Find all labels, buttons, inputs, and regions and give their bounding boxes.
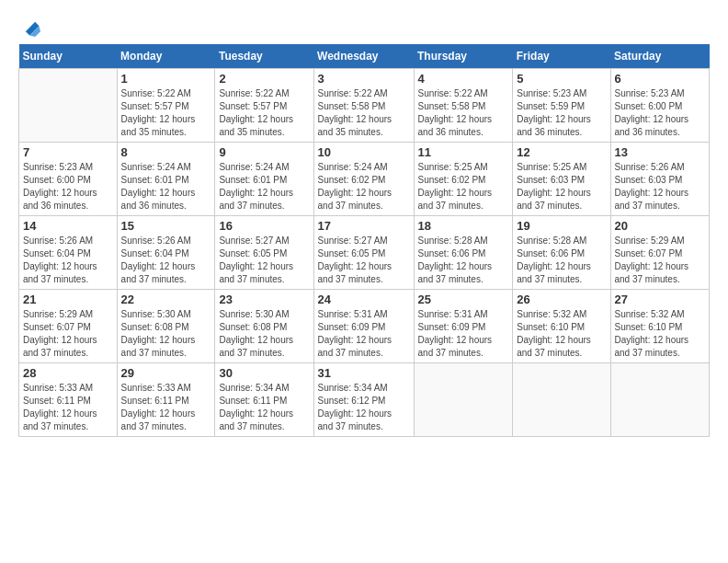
col-tuesday: Tuesday: [215, 44, 313, 69]
calendar-week-row: 21Sunrise: 5:29 AM Sunset: 6:07 PM Dayli…: [19, 290, 710, 363]
logo-icon: [20, 17, 40, 37]
table-row: 17Sunrise: 5:27 AM Sunset: 6:05 PM Dayli…: [313, 216, 414, 290]
table-row: 18Sunrise: 5:28 AM Sunset: 6:06 PM Dayli…: [414, 216, 513, 290]
day-info: Sunrise: 5:31 AM Sunset: 6:09 PM Dayligh…: [318, 308, 410, 360]
table-row: 1Sunrise: 5:22 AM Sunset: 5:57 PM Daylig…: [117, 69, 215, 143]
table-row: 3Sunrise: 5:22 AM Sunset: 5:58 PM Daylig…: [313, 69, 414, 143]
day-number: 16: [219, 219, 309, 233]
day-number: 6: [615, 72, 706, 86]
table-row: 24Sunrise: 5:31 AM Sunset: 6:09 PM Dayli…: [313, 290, 414, 363]
day-info: Sunrise: 5:23 AM Sunset: 5:59 PM Dayligh…: [517, 87, 606, 139]
day-number: 19: [517, 219, 606, 233]
day-info: Sunrise: 5:32 AM Sunset: 6:10 PM Dayligh…: [517, 308, 606, 360]
day-number: 27: [615, 293, 706, 306]
day-number: 31: [318, 366, 410, 380]
day-info: Sunrise: 5:22 AM Sunset: 5:58 PM Dayligh…: [318, 87, 410, 139]
col-thursday: Thursday: [414, 44, 513, 69]
col-saturday: Saturday: [610, 44, 710, 69]
day-info: Sunrise: 5:26 AM Sunset: 6:03 PM Dayligh…: [615, 161, 706, 213]
main-container: Sunday Monday Tuesday Wednesday Thursday…: [0, 0, 728, 446]
day-number: 3: [318, 72, 410, 86]
day-info: Sunrise: 5:24 AM Sunset: 6:01 PM Dayligh…: [121, 161, 211, 213]
day-number: 20: [615, 219, 706, 233]
table-row: 22Sunrise: 5:30 AM Sunset: 6:08 PM Dayli…: [117, 290, 215, 363]
logo: [18, 17, 40, 33]
day-number: 4: [418, 72, 509, 86]
table-row: [610, 363, 710, 437]
col-monday: Monday: [117, 44, 215, 69]
table-row: 29Sunrise: 5:33 AM Sunset: 6:11 PM Dayli…: [117, 363, 215, 437]
table-row: 31Sunrise: 5:34 AM Sunset: 6:12 PM Dayli…: [313, 363, 414, 437]
day-info: Sunrise: 5:29 AM Sunset: 6:07 PM Dayligh…: [23, 308, 113, 360]
day-number: 13: [615, 145, 706, 159]
day-number: 1: [121, 72, 211, 86]
table-row: 4Sunrise: 5:22 AM Sunset: 5:58 PM Daylig…: [414, 69, 513, 143]
day-info: Sunrise: 5:25 AM Sunset: 6:03 PM Dayligh…: [517, 161, 606, 213]
table-row: 7Sunrise: 5:23 AM Sunset: 6:00 PM Daylig…: [19, 143, 118, 216]
table-row: 8Sunrise: 5:24 AM Sunset: 6:01 PM Daylig…: [117, 143, 215, 216]
table-row: 28Sunrise: 5:33 AM Sunset: 6:11 PM Dayli…: [19, 363, 118, 437]
table-row: 20Sunrise: 5:29 AM Sunset: 6:07 PM Dayli…: [610, 216, 710, 290]
day-info: Sunrise: 5:26 AM Sunset: 6:04 PM Dayligh…: [121, 235, 211, 286]
day-number: 24: [318, 293, 410, 306]
day-info: Sunrise: 5:29 AM Sunset: 6:07 PM Dayligh…: [615, 235, 706, 286]
day-number: 14: [23, 219, 113, 233]
day-info: Sunrise: 5:33 AM Sunset: 6:11 PM Dayligh…: [121, 382, 211, 433]
table-row: 9Sunrise: 5:24 AM Sunset: 6:01 PM Daylig…: [215, 143, 313, 216]
day-info: Sunrise: 5:27 AM Sunset: 6:05 PM Dayligh…: [318, 235, 410, 286]
day-number: 21: [23, 293, 113, 306]
table-row: 23Sunrise: 5:30 AM Sunset: 6:08 PM Dayli…: [215, 290, 313, 363]
day-number: 18: [418, 219, 509, 233]
day-number: 26: [517, 293, 606, 306]
day-number: 30: [219, 366, 309, 380]
day-info: Sunrise: 5:22 AM Sunset: 5:57 PM Dayligh…: [121, 87, 211, 139]
calendar-week-row: 28Sunrise: 5:33 AM Sunset: 6:11 PM Dayli…: [19, 363, 710, 437]
day-number: 15: [121, 219, 211, 233]
day-info: Sunrise: 5:31 AM Sunset: 6:09 PM Dayligh…: [418, 308, 509, 360]
table-row: 5Sunrise: 5:23 AM Sunset: 5:59 PM Daylig…: [513, 69, 610, 143]
table-row: 19Sunrise: 5:28 AM Sunset: 6:06 PM Dayli…: [513, 216, 610, 290]
calendar-header-row: Sunday Monday Tuesday Wednesday Thursday…: [19, 44, 710, 69]
day-info: Sunrise: 5:28 AM Sunset: 6:06 PM Dayligh…: [517, 235, 606, 286]
day-number: 12: [517, 145, 606, 159]
col-friday: Friday: [513, 44, 610, 69]
day-info: Sunrise: 5:33 AM Sunset: 6:11 PM Dayligh…: [23, 382, 113, 433]
table-row: 6Sunrise: 5:23 AM Sunset: 6:00 PM Daylig…: [610, 69, 710, 143]
day-number: 11: [418, 145, 509, 159]
table-row: 11Sunrise: 5:25 AM Sunset: 6:02 PM Dayli…: [414, 143, 513, 216]
day-info: Sunrise: 5:34 AM Sunset: 6:12 PM Dayligh…: [318, 382, 410, 433]
table-row: 14Sunrise: 5:26 AM Sunset: 6:04 PM Dayli…: [19, 216, 118, 290]
table-row: 27Sunrise: 5:32 AM Sunset: 6:10 PM Dayli…: [610, 290, 710, 363]
day-info: Sunrise: 5:30 AM Sunset: 6:08 PM Dayligh…: [121, 308, 211, 360]
day-info: Sunrise: 5:23 AM Sunset: 6:00 PM Dayligh…: [23, 161, 113, 213]
table-row: 2Sunrise: 5:22 AM Sunset: 5:57 PM Daylig…: [215, 69, 313, 143]
day-info: Sunrise: 5:32 AM Sunset: 6:10 PM Dayligh…: [615, 308, 706, 360]
day-info: Sunrise: 5:22 AM Sunset: 5:57 PM Dayligh…: [219, 87, 309, 139]
day-info: Sunrise: 5:34 AM Sunset: 6:11 PM Dayligh…: [219, 382, 309, 433]
table-row: [19, 69, 118, 143]
day-info: Sunrise: 5:30 AM Sunset: 6:08 PM Dayligh…: [219, 308, 309, 360]
table-row: 13Sunrise: 5:26 AM Sunset: 6:03 PM Dayli…: [610, 143, 710, 216]
day-info: Sunrise: 5:27 AM Sunset: 6:05 PM Dayligh…: [219, 235, 309, 286]
day-number: 10: [318, 145, 410, 159]
day-number: 9: [219, 145, 309, 159]
day-number: 25: [418, 293, 509, 306]
day-info: Sunrise: 5:22 AM Sunset: 5:58 PM Dayligh…: [418, 87, 509, 139]
table-row: [414, 363, 513, 437]
table-row: 12Sunrise: 5:25 AM Sunset: 6:03 PM Dayli…: [513, 143, 610, 216]
calendar-week-row: 1Sunrise: 5:22 AM Sunset: 5:57 PM Daylig…: [19, 69, 710, 143]
calendar-week-row: 14Sunrise: 5:26 AM Sunset: 6:04 PM Dayli…: [19, 216, 710, 290]
day-number: 23: [219, 293, 309, 306]
col-wednesday: Wednesday: [313, 44, 414, 69]
header: [18, 17, 710, 33]
table-row: 25Sunrise: 5:31 AM Sunset: 6:09 PM Dayli…: [414, 290, 513, 363]
table-row: 30Sunrise: 5:34 AM Sunset: 6:11 PM Dayli…: [215, 363, 313, 437]
day-info: Sunrise: 5:28 AM Sunset: 6:06 PM Dayligh…: [418, 235, 509, 286]
table-row: 16Sunrise: 5:27 AM Sunset: 6:05 PM Dayli…: [215, 216, 313, 290]
table-row: 26Sunrise: 5:32 AM Sunset: 6:10 PM Dayli…: [513, 290, 610, 363]
table-row: 15Sunrise: 5:26 AM Sunset: 6:04 PM Dayli…: [117, 216, 215, 290]
day-info: Sunrise: 5:24 AM Sunset: 6:02 PM Dayligh…: [318, 161, 410, 213]
day-number: 17: [318, 219, 410, 233]
day-number: 8: [121, 145, 211, 159]
day-number: 2: [219, 72, 309, 86]
